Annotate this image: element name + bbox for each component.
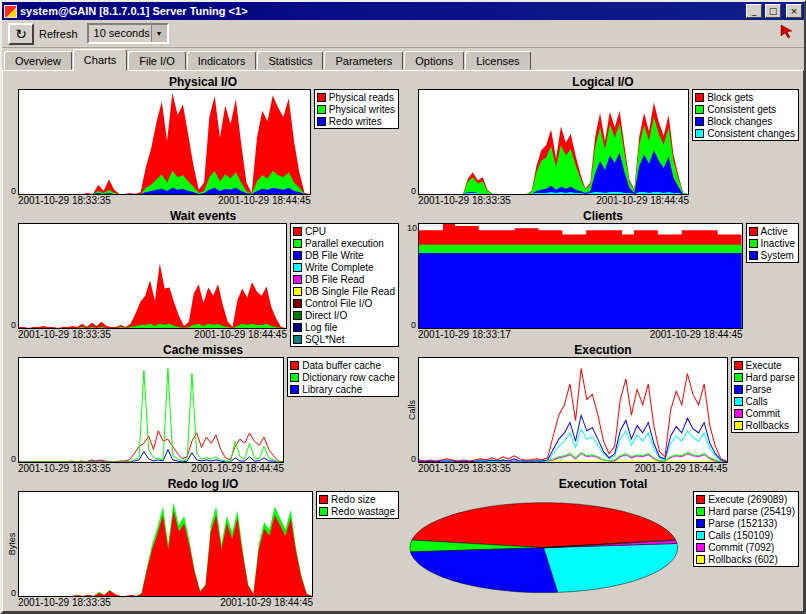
y-axis: Calls 0 bbox=[407, 357, 418, 463]
legend-swatch bbox=[734, 361, 743, 370]
x-label-start: 2001-10-29 18:33:35 bbox=[18, 329, 111, 341]
y-tick-zero: 0 bbox=[11, 186, 16, 196]
app-window: system@GAIN [8.1.7.0.1] Server Tuning <1… bbox=[0, 0, 806, 614]
legend-label: Active bbox=[761, 226, 788, 237]
y-tick-zero: 0 bbox=[11, 454, 16, 464]
legend-item: Calls bbox=[734, 395, 795, 407]
x-label-start: 2001-10-29 18:33:35 bbox=[18, 463, 111, 475]
x-axis-labels: 2001-10-29 18:33:35 2001-10-29 18:44:45 bbox=[7, 463, 284, 475]
tab-charts[interactable]: Charts bbox=[73, 49, 127, 71]
legend-label: Parallel execution bbox=[305, 238, 384, 249]
legend-item: Control File I/O bbox=[293, 297, 395, 309]
x-axis-labels: 2001-10-29 18:33:35 2001-10-29 18:44:45 bbox=[407, 195, 689, 207]
legend: ExecuteHard parseParseCallsCommitRollbac… bbox=[731, 357, 799, 433]
legend-label: DB File Write bbox=[305, 250, 364, 261]
chart-title: Physical I/O bbox=[7, 75, 399, 89]
x-axis-labels: 2001-10-29 18:33:17 2001-10-29 18:44:45 bbox=[407, 329, 743, 341]
legend-label: Inactive bbox=[761, 238, 795, 249]
tab-options[interactable]: Options bbox=[404, 51, 464, 70]
maximize-button[interactable]: □ bbox=[765, 4, 781, 18]
plot-area bbox=[18, 357, 284, 463]
x-label-start: 2001-10-29 18:33:35 bbox=[418, 463, 511, 475]
legend-swatch bbox=[293, 275, 302, 284]
legend-item: DB File Write bbox=[293, 249, 395, 261]
title-bar[interactable]: system@GAIN [8.1.7.0.1] Server Tuning <1… bbox=[2, 2, 804, 20]
chart-physical-io: Physical I/O 0 2001-10-29 18:33:35 bbox=[7, 73, 399, 207]
legend-swatch bbox=[319, 507, 328, 516]
charts-panel: Physical I/O 0 2001-10-29 18:33:35 bbox=[2, 70, 804, 612]
tab-parameters[interactable]: Parameters bbox=[324, 51, 403, 70]
legend-item: SQL*Net bbox=[293, 333, 395, 345]
legend-label: CPU bbox=[305, 226, 326, 237]
chart-execution: Execution Calls 0 2001-10-29 18:3 bbox=[407, 341, 799, 475]
tab-statistics[interactable]: Statistics bbox=[257, 51, 323, 70]
legend-swatch bbox=[290, 373, 299, 382]
minimize-button[interactable]: _ bbox=[746, 4, 762, 18]
legend-label: Commit bbox=[746, 408, 780, 419]
y-axis: 0 bbox=[7, 89, 18, 195]
legend-swatch bbox=[290, 385, 299, 394]
x-label-end: 2001-10-29 18:44:45 bbox=[191, 463, 284, 475]
legend-swatch bbox=[696, 543, 705, 552]
activity-pointer-icon bbox=[779, 24, 794, 43]
x-axis-labels: 2001-10-29 18:33:35 2001-10-29 18:44:45 bbox=[7, 329, 287, 341]
refresh-interval-value: 10 seconds bbox=[89, 25, 151, 42]
legend-item: Write Complete bbox=[293, 261, 395, 273]
legend-label: Library cache bbox=[302, 384, 362, 395]
close-button[interactable]: × bbox=[786, 4, 802, 18]
chart-logical-io: Logical I/O 0 2001-10-29 18:33:35 2 bbox=[407, 73, 799, 207]
app-icon bbox=[4, 5, 17, 18]
legend-item: Hard parse bbox=[734, 371, 795, 383]
legend-swatch bbox=[696, 495, 705, 504]
y-axis: Bytes 0 bbox=[7, 491, 18, 597]
legend-swatch bbox=[293, 335, 302, 344]
legend-swatch bbox=[293, 227, 302, 236]
refresh-button[interactable]: ↻ bbox=[8, 23, 34, 45]
legend-item: Parse (152133) bbox=[696, 517, 795, 529]
legend-label: Commit (7092) bbox=[708, 542, 774, 553]
legend-label: Parse bbox=[746, 384, 772, 395]
legend: ActiveInactiveSystem bbox=[746, 223, 799, 263]
chart-redo-log-io: Redo log I/O Bytes 0 2001-10-29 1 bbox=[7, 475, 399, 609]
y-tick-zero: 0 bbox=[411, 320, 416, 330]
legend-item: Rollbacks bbox=[734, 419, 795, 431]
legend-swatch bbox=[317, 93, 326, 102]
legend-item: System bbox=[749, 249, 795, 261]
legend-swatch bbox=[293, 239, 302, 248]
legend-item: Block changes bbox=[695, 115, 795, 127]
legend-label: Consistent gets bbox=[707, 104, 776, 115]
legend-label: Direct I/O bbox=[305, 310, 347, 321]
legend-item: Hard parse (25419) bbox=[696, 505, 795, 517]
chart-title: Wait events bbox=[7, 209, 399, 223]
legend-item: Direct I/O bbox=[293, 309, 395, 321]
tab-licenses[interactable]: Licenses bbox=[465, 51, 530, 70]
legend-label: Redo wastage bbox=[331, 506, 395, 517]
legend-swatch bbox=[293, 251, 302, 260]
legend-label: Block changes bbox=[707, 116, 772, 127]
chart-title: Execution bbox=[407, 343, 799, 357]
plot-area bbox=[18, 491, 313, 597]
x-axis-labels: 2001-10-29 18:33:35 2001-10-29 18:44:45 bbox=[7, 195, 311, 207]
y-axis-label: Bytes bbox=[7, 533, 17, 556]
chart-title: Logical I/O bbox=[407, 75, 799, 89]
plot-area bbox=[418, 223, 743, 329]
x-axis-labels: 2001-10-29 18:33:35 2001-10-29 18:44:45 bbox=[7, 597, 313, 609]
legend-label: Calls (150109) bbox=[708, 530, 773, 541]
tab-overview[interactable]: Overview bbox=[4, 51, 72, 70]
legend-swatch bbox=[734, 409, 743, 418]
tab-indicators[interactable]: Indicators bbox=[187, 51, 257, 70]
tab-bar: Overview Charts File I/O Indicators Stat… bbox=[2, 48, 804, 70]
plot-area bbox=[418, 89, 689, 195]
legend-swatch bbox=[293, 263, 302, 272]
legend: CPUParallel executionDB File WriteWrite … bbox=[290, 223, 399, 347]
legend-label: Consistent changes bbox=[707, 128, 795, 139]
legend-swatch bbox=[293, 311, 302, 320]
x-label-end: 2001-10-29 18:44:45 bbox=[596, 195, 689, 207]
tab-file-io[interactable]: File I/O bbox=[128, 51, 185, 70]
chart-title: Redo log I/O bbox=[7, 477, 399, 491]
window-title: system@GAIN [8.1.7.0.1] Server Tuning <1… bbox=[20, 5, 743, 17]
legend-label: Dictionary row cache bbox=[302, 372, 395, 383]
legend-item: Redo writes bbox=[317, 115, 395, 127]
refresh-interval-dropdown[interactable]: 10 seconds ▼ bbox=[87, 23, 169, 44]
legend-label: Rollbacks (602) bbox=[708, 554, 777, 565]
